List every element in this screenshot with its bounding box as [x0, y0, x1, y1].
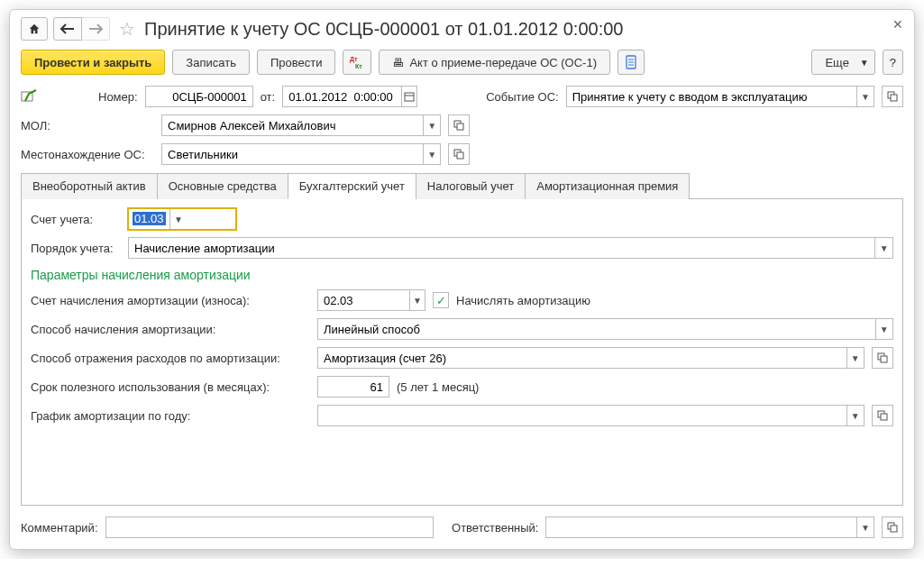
document-window: ✕ ☆ Принятие к учету ОС 0СЦБ-000001 от 0… [9, 9, 915, 550]
chevron-down-icon[interactable]: ▼ [169, 209, 188, 229]
chevron-down-icon[interactable]: ▼ [875, 319, 892, 339]
method-label: Способ начисления амортизации: [31, 323, 310, 336]
svg-text:Кт: Кт [355, 63, 362, 69]
help-button[interactable]: ? [883, 50, 903, 75]
chevron-down-icon[interactable]: ▼ [856, 87, 874, 106]
life-hint: (5 лет 1 месяц) [397, 380, 479, 394]
favorite-star-icon[interactable]: ☆ [115, 18, 139, 40]
expense-input[interactable] [318, 348, 846, 368]
section-title: Параметры начисления амортизации [31, 268, 893, 282]
calendar-icon[interactable] [401, 87, 417, 106]
calc-amort-checkbox[interactable]: ✓ [433, 292, 449, 308]
more-label: Еще [825, 56, 848, 69]
chevron-down-icon[interactable]: ▼ [423, 144, 440, 164]
open-icon[interactable] [448, 114, 470, 136]
home-button[interactable] [21, 17, 48, 41]
chevron-down-icon[interactable]: ▼ [874, 238, 892, 258]
comment-label: Комментарий: [21, 521, 98, 535]
post-button[interactable]: Провести [257, 50, 336, 75]
svg-rect-16 [881, 356, 887, 362]
chevron-down-icon[interactable]: ▼ [846, 406, 864, 425]
post-and-close-button[interactable]: Провести и закрыть [21, 50, 165, 75]
method-input[interactable] [318, 319, 875, 339]
calc-amort-label: Начислять амортизацию [456, 294, 590, 307]
svg-rect-18 [881, 414, 887, 420]
chevron-down-icon[interactable]: ▼ [409, 290, 425, 310]
print-act-button[interactable]: Акт о приеме-передаче ОС (ОС-1) [379, 50, 610, 75]
location-label: Местонахождение ОС: [21, 148, 154, 161]
open-icon[interactable] [872, 347, 893, 369]
ot-label: от: [261, 90, 276, 104]
number-input[interactable] [146, 87, 252, 106]
dt-kt-button[interactable]: ДтКт [343, 50, 371, 75]
svg-rect-10 [891, 95, 897, 101]
responsible-label: Ответственный: [452, 521, 538, 535]
tab-accounting[interactable]: Бухгалтерский учет [288, 173, 416, 199]
open-icon[interactable] [872, 405, 893, 426]
order-label: Порядок учета: [31, 242, 121, 255]
event-label: Событие ОС: [486, 90, 559, 104]
open-icon[interactable] [448, 143, 470, 165]
printer-icon [392, 56, 404, 69]
tab-fixed-assets[interactable]: Основные средства [157, 173, 288, 199]
print-act-label: Акт о приеме-передаче ОС (ОС-1) [409, 56, 597, 69]
schedule-input[interactable] [318, 406, 846, 425]
svg-rect-12 [457, 123, 463, 130]
open-icon[interactable] [882, 86, 903, 107]
life-input[interactable] [318, 377, 389, 397]
chevron-down-icon: ▼ [860, 58, 869, 68]
amort-account-input[interactable] [318, 290, 409, 310]
mol-input[interactable] [162, 115, 423, 135]
tab-tax[interactable]: Налоговый учет [416, 173, 526, 199]
svg-rect-7 [405, 93, 414, 101]
open-icon[interactable] [882, 516, 903, 538]
order-input[interactable] [129, 238, 874, 258]
svg-rect-14 [457, 152, 463, 159]
life-label: Срок полезного использования (в месяцах)… [31, 380, 310, 394]
comment-input[interactable] [106, 517, 434, 537]
doc-status-icon [21, 89, 37, 104]
chevron-down-icon[interactable]: ▼ [846, 348, 864, 368]
page-title: Принятие к учету ОС 0СЦБ-000001 от 01.01… [144, 19, 623, 40]
more-button[interactable]: Еще ▼ [811, 50, 874, 75]
svg-text:Дт: Дт [350, 56, 358, 63]
date-input[interactable] [283, 87, 400, 106]
tab-amort-bonus[interactable]: Амортизационная премия [525, 173, 690, 199]
attachments-button[interactable] [618, 50, 645, 75]
chevron-down-icon[interactable]: ▼ [856, 517, 874, 537]
account-label: Счет учета: [31, 213, 121, 226]
back-button[interactable] [53, 17, 82, 41]
chevron-down-icon[interactable]: ▼ [423, 115, 440, 135]
svg-rect-20 [891, 526, 897, 532]
mol-label: МОЛ: [21, 119, 154, 133]
number-label: Номер: [98, 90, 138, 104]
tab-content: Счет учета: 01.03 ▼ Порядок учета: ▼ Пар… [21, 199, 903, 506]
tabs: Внеоборотный актив Основные средства Бух… [21, 172, 903, 199]
close-icon[interactable]: ✕ [892, 17, 903, 32]
account-input[interactable]: 01.03 [129, 209, 169, 229]
event-input[interactable] [567, 87, 856, 106]
amort-account-label: Счет начисления амортизации (износа): [31, 294, 310, 307]
tab-noncurrent-asset[interactable]: Внеоборотный актив [21, 173, 158, 199]
forward-button[interactable] [82, 17, 110, 41]
schedule-label: График амортизации по году: [31, 409, 310, 423]
responsible-input[interactable] [546, 517, 856, 537]
expense-label: Способ отражения расходов по амортизации… [31, 352, 310, 365]
save-button[interactable]: Записать [172, 50, 250, 75]
location-input[interactable] [162, 144, 423, 164]
